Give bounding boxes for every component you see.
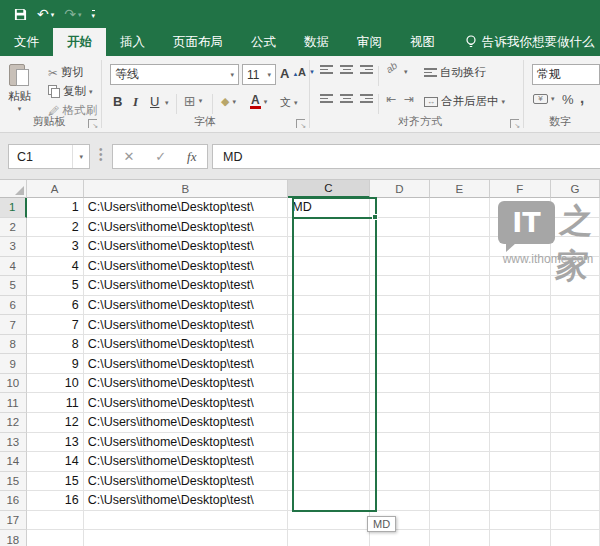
cell-F8[interactable] — [490, 335, 551, 355]
row-header-4[interactable]: 4 — [0, 257, 27, 277]
tab-page-layout[interactable]: 页面布局 — [159, 28, 237, 56]
cell-F3[interactable] — [490, 237, 551, 257]
tell-me-box[interactable]: 告诉我你想要做什么 — [449, 28, 595, 56]
cell-A10[interactable]: 10 — [27, 374, 84, 394]
row-header-14[interactable]: 14 — [0, 452, 27, 472]
borders-dropdown-icon[interactable]: ▾ — [199, 97, 203, 105]
cell-F4[interactable] — [490, 257, 551, 277]
tab-insert[interactable]: 插入 — [106, 28, 159, 56]
cell-D4[interactable] — [370, 257, 430, 277]
customize-qat-button[interactable]: ▾ — [92, 10, 96, 19]
cell-A14[interactable]: 14 — [27, 452, 84, 472]
cell-C12[interactable] — [288, 413, 370, 433]
cell-A2[interactable]: 2 — [27, 218, 84, 238]
undo-button[interactable]: ↶▾ — [37, 7, 54, 21]
cell-A9[interactable]: 9 — [27, 354, 84, 374]
column-header-C[interactable]: C — [288, 180, 370, 198]
cell-E9[interactable] — [430, 354, 490, 374]
font-size-dropdown-icon[interactable]: ▾ — [267, 71, 271, 79]
cell-B15[interactable]: C:\Users\ithome\Desktop\test\ — [84, 472, 289, 492]
row-header-2[interactable]: 2 — [0, 218, 27, 238]
formula-input[interactable]: MD — [212, 144, 600, 169]
cell-B3[interactable]: C:\Users\ithome\Desktop\test\ — [84, 237, 289, 257]
merge-center-button[interactable]: ↔ 合并后居中 ▾ — [424, 94, 505, 109]
cell-F2[interactable] — [490, 218, 551, 238]
cell-A7[interactable]: 7 — [27, 315, 84, 335]
percent-style-button[interactable]: % — [562, 92, 574, 107]
cell-G1[interactable] — [551, 198, 600, 218]
cell-A18[interactable] — [27, 530, 84, 546]
tab-view[interactable]: 视图 — [396, 28, 449, 56]
cell-C3[interactable] — [288, 237, 370, 257]
copy-dropdown-icon[interactable]: ▾ — [89, 88, 93, 96]
alignment-dialog-launcher-icon[interactable] — [510, 119, 519, 128]
cell-G15[interactable] — [551, 472, 600, 492]
cell-F9[interactable] — [490, 354, 551, 374]
cut-button[interactable]: ✂ 剪切 — [48, 65, 84, 80]
font-name-dropdown-icon[interactable]: ▾ — [230, 71, 234, 79]
bold-button[interactable]: B — [113, 94, 122, 109]
cell-F15[interactable] — [490, 472, 551, 492]
cell-D6[interactable] — [370, 296, 430, 316]
fill-color-button[interactable]: ◆▾ — [221, 95, 236, 108]
cell-D18[interactable] — [370, 530, 430, 546]
cell-B10[interactable]: C:\Users\ithome\Desktop\test\ — [84, 374, 289, 394]
formula-bar-grip[interactable]: ••• — [99, 147, 103, 162]
decrease-indent-button[interactable]: ⇤ — [386, 92, 396, 106]
row-header-18[interactable]: 18 — [0, 530, 27, 546]
cell-G18[interactable] — [551, 530, 600, 546]
tab-data[interactable]: 数据 — [290, 28, 343, 56]
cell-C7[interactable] — [288, 315, 370, 335]
cell-G9[interactable] — [551, 354, 600, 374]
cell-E15[interactable] — [430, 472, 490, 492]
paste-button[interactable]: 粘贴 ▾ — [8, 62, 31, 113]
redo-button[interactable]: ↷▾ — [64, 7, 81, 21]
cell-A4[interactable]: 4 — [27, 257, 84, 277]
cell-C9[interactable] — [288, 354, 370, 374]
cell-E11[interactable] — [430, 393, 490, 413]
cell-G7[interactable] — [551, 315, 600, 335]
cell-D9[interactable] — [370, 354, 430, 374]
save-icon[interactable] — [14, 8, 27, 21]
cell-D14[interactable] — [370, 452, 430, 472]
grow-font-button[interactable]: A▲ — [280, 66, 298, 81]
cell-F17[interactable] — [490, 511, 551, 531]
enter-icon[interactable]: ✓ — [155, 149, 166, 164]
paste-dropdown-icon[interactable]: ▾ — [18, 105, 22, 113]
cell-E2[interactable] — [430, 218, 490, 238]
align-right-button[interactable] — [360, 94, 373, 103]
cell-B9[interactable]: C:\Users\ithome\Desktop\test\ — [84, 354, 289, 374]
cell-D12[interactable] — [370, 413, 430, 433]
row-header-5[interactable]: 5 — [0, 276, 27, 296]
cell-C4[interactable] — [288, 257, 370, 277]
cell-G13[interactable] — [551, 433, 600, 453]
cell-C10[interactable] — [288, 374, 370, 394]
cell-G16[interactable] — [551, 491, 600, 511]
underline-dropdown-icon[interactable]: ▾ — [165, 99, 169, 107]
cell-D7[interactable] — [370, 315, 430, 335]
cell-E14[interactable] — [430, 452, 490, 472]
row-header-11[interactable]: 11 — [0, 393, 27, 413]
cell-C6[interactable] — [288, 296, 370, 316]
cell-A1[interactable]: 1 — [27, 198, 84, 218]
cell-C15[interactable] — [288, 472, 370, 492]
cell-F6[interactable] — [490, 296, 551, 316]
undo-dropdown-icon[interactable]: ▾ — [51, 11, 55, 18]
cell-B1[interactable]: C:\Users\ithome\Desktop\test\ — [84, 198, 289, 218]
font-color-button[interactable]: A▾ — [250, 94, 267, 109]
tab-home[interactable]: 开始 — [53, 28, 106, 56]
row-header-12[interactable]: 12 — [0, 413, 27, 433]
cell-B13[interactable]: C:\Users\ithome\Desktop\test\ — [84, 433, 289, 453]
row-header-17[interactable]: 17 — [0, 511, 27, 531]
cell-F5[interactable] — [490, 276, 551, 296]
row-header-15[interactable]: 15 — [0, 472, 27, 492]
middle-align-button[interactable] — [340, 65, 353, 74]
cell-B6[interactable]: C:\Users\ithome\Desktop\test\ — [84, 296, 289, 316]
name-box[interactable]: C1 ▾ — [8, 144, 90, 169]
font-name-combo[interactable]: 等线▾ — [110, 64, 239, 85]
cell-F10[interactable] — [490, 374, 551, 394]
column-header-D[interactable]: D — [370, 180, 430, 198]
borders-button[interactable]: ⊞▾ — [184, 93, 202, 109]
cell-B7[interactable]: C:\Users\ithome\Desktop\test\ — [84, 315, 289, 335]
underline-button[interactable]: U — [150, 94, 159, 109]
